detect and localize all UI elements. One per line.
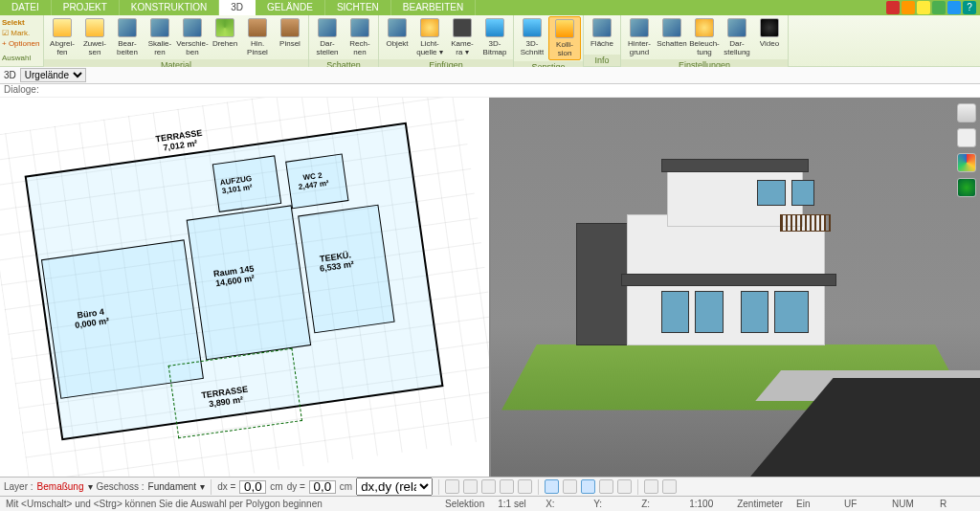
status-r: R — [940, 499, 974, 509]
ribbon-btn-objekt[interactable]: Objekt — [381, 16, 413, 50]
ribbon-btn-skalieren[interactable]: Skalie-ren — [144, 16, 176, 58]
title-icon-5[interactable] — [947, 1, 961, 14]
ribbon-group-einfügen: ObjektLicht-quelle ▾Kame-ra ▾3D-BitmapEi… — [379, 15, 514, 66]
ribbon-icon — [630, 18, 649, 37]
titlebar-icons: ? — [886, 0, 980, 15]
selekt-mark[interactable]: ☑ Mark. — [2, 28, 41, 38]
dx-label: dx = — [217, 481, 235, 492]
ribbon-group-sonstige: 3D-SchnittKolli-sionSonstige — [514, 15, 584, 66]
status-uf: UF — [844, 499, 879, 509]
tab-sichten[interactable]: SICHTEN — [325, 0, 391, 15]
tool-icon-2[interactable] — [463, 479, 478, 494]
tool-icon-5[interactable] — [518, 479, 532, 494]
ribbon-btn-kamera[interactable]: Kame-ra ▾ — [446, 16, 479, 58]
grid-icon[interactable] — [644, 479, 658, 494]
status-x: X: — [546, 499, 580, 509]
ribbon-btn-rechnen[interactable]: Rech-nen — [344, 16, 376, 58]
layer-value[interactable]: Bemaßung — [37, 481, 84, 492]
ribbon-icon — [485, 18, 504, 37]
ribbon-icon — [453, 18, 472, 37]
tool-icon-3[interactable] — [481, 479, 496, 494]
ribbon-icon — [215, 18, 234, 37]
ribbon: Selekt ☑ Mark. + Optionen Auswahl Abgrei… — [0, 15, 980, 67]
ribbon-btn-abgreifen[interactable]: Abgrei-fen — [46, 16, 78, 58]
status-unit: Zentimeter — [737, 499, 783, 509]
tab-bearbeiten[interactable]: BEARBEITEN — [391, 0, 476, 15]
ribbon-btn-dbitmap[interactable]: 3D-Bitmap — [479, 16, 511, 58]
ribbon-icon — [85, 18, 104, 37]
ribbon-group-auswahl: Selekt ☑ Mark. + Optionen Auswahl — [0, 15, 44, 66]
furniture-icon[interactable] — [957, 128, 976, 147]
title-icon-2[interactable] — [902, 1, 915, 14]
ribbon-btn-pinsel[interactable]: Pinsel — [274, 16, 306, 50]
ribbon-icon — [592, 18, 612, 37]
title-icon-4[interactable] — [932, 1, 946, 14]
ribbon-btn-video[interactable]: Video — [753, 16, 786, 50]
snap-icon-4[interactable] — [599, 479, 613, 494]
snap-icon-5[interactable] — [617, 479, 632, 494]
help-icon[interactable]: ? — [963, 1, 976, 14]
status-scale: 1:100 — [689, 499, 724, 509]
building-3d — [598, 150, 881, 363]
dialog-bar: Dialoge: — [0, 84, 980, 98]
ribbon-btn-hintergrund[interactable]: Hinter-grund — [623, 16, 656, 58]
ribbon-icon — [280, 18, 300, 37]
ribbon-btn-zuweisen[interactable]: Zuwei-sen — [78, 16, 111, 58]
ribbon-btn-drehen[interactable]: Drehen — [209, 16, 241, 50]
ribbon-btn-darstellung[interactable]: Dar-stellung — [721, 16, 753, 58]
coord-mode-select[interactable]: dx,dy (relativ ka — [356, 478, 433, 496]
geschoss-label: Geschoss : — [97, 481, 145, 492]
status-bar: Mit <Umschalt> und <Strg> können Sie die… — [0, 496, 980, 511]
status-y: Y: — [593, 499, 628, 509]
ribbon-btn-dschnitt[interactable]: 3D-Schnitt — [516, 16, 548, 58]
tool-icon-4[interactable] — [500, 479, 514, 494]
selekt-title[interactable]: Selekt — [2, 17, 41, 28]
tab-gelaende[interactable]: GELÄNDE — [256, 0, 325, 15]
snap-icon-1[interactable] — [545, 479, 559, 494]
snap-icon-3[interactable] — [581, 479, 595, 494]
layers-icon[interactable] — [957, 103, 976, 122]
ribbon-btn-flche[interactable]: Fläche — [586, 16, 618, 50]
context-mode: 3D — [4, 70, 16, 80]
pane-3d-view[interactable] — [491, 98, 980, 477]
menu-bar: DATEI PROJEKT KONSTRUKTION 3D GELÄNDE SI… — [0, 0, 980, 15]
tree-icon[interactable] — [957, 178, 976, 197]
pane-2d-plan[interactable]: TERRASSE7,012 m² Büro 40,000 m² Raum 145… — [0, 98, 491, 477]
geschoss-value[interactable]: Fundament — [148, 481, 197, 492]
tab-konstruktion[interactable]: KONSTRUKTION — [120, 0, 219, 15]
dx-input[interactable] — [239, 480, 266, 494]
group-label-auswahl: Auswahl — [2, 53, 41, 63]
tab-datei[interactable]: DATEI — [0, 0, 52, 15]
title-icon-1[interactable] — [886, 1, 900, 14]
grid-icon-2[interactable] — [662, 479, 677, 494]
selekt-optionen[interactable]: + Optionen — [2, 38, 41, 49]
ribbon-btn-verschieben[interactable]: Verschie-ben — [176, 16, 209, 58]
main-split: TERRASSE7,012 m² Büro 40,000 m² Raum 145… — [0, 98, 980, 477]
context-layer-select[interactable]: Urgelände — [20, 68, 86, 82]
ribbon-icon — [662, 18, 681, 37]
ribbon-icon — [150, 18, 169, 37]
tab-3d[interactable]: 3D — [219, 0, 256, 15]
snap-icon-2[interactable] — [563, 479, 577, 494]
ribbon-btn-schatten[interactable]: Schatten — [656, 16, 688, 50]
tool-icon-1[interactable] — [445, 479, 459, 494]
ribbon-group-schatten: Dar-stellenRech-nenSchatten — [309, 15, 379, 66]
title-icon-3[interactable] — [917, 1, 930, 14]
ribbon-icon — [183, 18, 202, 37]
tab-projekt[interactable]: PROJEKT — [52, 0, 120, 15]
ribbon-icon — [420, 18, 439, 37]
dy-label: dy = — [287, 481, 305, 492]
ribbon-btn-hinpinsel[interactable]: Hin.Pinsel — [241, 16, 274, 58]
ribbon-group-label: Info — [584, 55, 620, 66]
ribbon-btn-beleuchtung[interactable]: Beleuch-tung — [688, 16, 721, 58]
ribbon-btn-darstellen[interactable]: Dar-stellen — [311, 16, 344, 58]
ribbon-btn-kollision[interactable]: Kolli-sion — [548, 16, 581, 60]
palette-icon[interactable] — [957, 153, 976, 172]
ribbon-btn-lichtquelle[interactable]: Licht-quelle ▾ — [413, 16, 446, 58]
ribbon-icon — [318, 18, 337, 37]
context-bar: 3D Urgelände — [0, 67, 980, 84]
status-selektion: Selektion — [445, 499, 484, 509]
ribbon-icon — [248, 18, 267, 37]
dy-input[interactable] — [309, 480, 336, 494]
ribbon-btn-bearbeiten[interactable]: Bear-beiten — [111, 16, 144, 58]
